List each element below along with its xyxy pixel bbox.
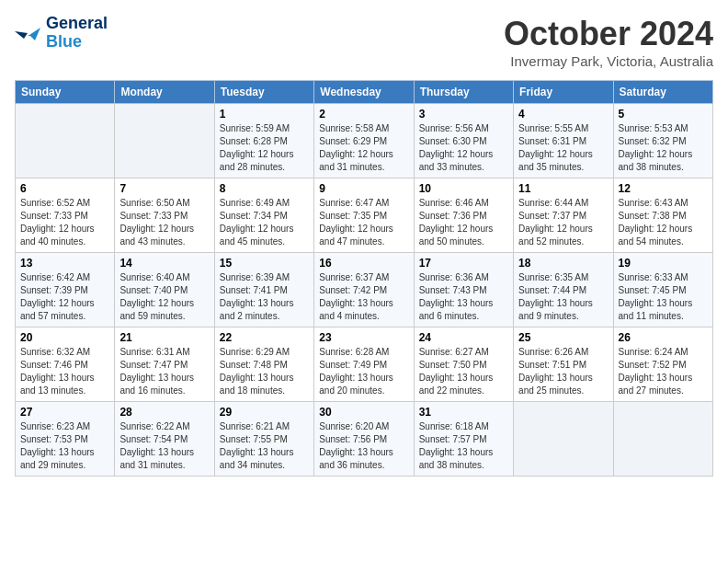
day-info: Sunrise: 6:37 AM Sunset: 7:42 PM Dayligh…	[319, 271, 408, 323]
day-number: 11	[518, 182, 608, 195]
day-info: Sunrise: 5:59 AM Sunset: 6:28 PM Dayligh…	[220, 122, 309, 174]
day-info: Sunrise: 6:44 AM Sunset: 7:37 PM Dayligh…	[518, 197, 608, 248]
day-info: Sunrise: 6:50 AM Sunset: 7:33 PM Dayligh…	[119, 197, 209, 248]
calendar-header-saturday: Saturday	[613, 81, 712, 104]
day-number: 20	[20, 331, 109, 344]
calendar-cell: 29Sunrise: 6:21 AM Sunset: 7:55 PM Dayli…	[214, 402, 313, 477]
calendar-cell: 13Sunrise: 6:42 AM Sunset: 7:39 PM Dayli…	[16, 253, 115, 327]
day-info: Sunrise: 6:29 AM Sunset: 7:48 PM Dayligh…	[220, 346, 309, 397]
calendar-week-row: 20Sunrise: 6:32 AM Sunset: 7:46 PM Dayli…	[16, 327, 713, 402]
calendar-cell: 4Sunrise: 5:55 AM Sunset: 6:31 PM Daylig…	[514, 104, 613, 178]
day-info: Sunrise: 6:24 AM Sunset: 7:52 PM Dayligh…	[619, 346, 708, 397]
day-info: Sunrise: 5:55 AM Sunset: 6:31 PM Dayligh…	[518, 122, 608, 174]
day-number: 18	[518, 257, 608, 270]
calendar-cell: 23Sunrise: 6:28 AM Sunset: 7:49 PM Dayli…	[314, 327, 414, 402]
day-info: Sunrise: 6:26 AM Sunset: 7:51 PM Dayligh…	[518, 346, 608, 397]
day-number: 10	[419, 182, 508, 195]
day-number: 24	[419, 331, 508, 344]
day-number: 15	[220, 257, 309, 270]
logo-icon	[15, 20, 42, 46]
day-number: 6	[20, 182, 109, 195]
calendar-cell: 2Sunrise: 5:58 AM Sunset: 6:29 PM Daylig…	[314, 104, 414, 178]
day-number: 3	[419, 108, 508, 121]
day-info: Sunrise: 6:32 AM Sunset: 7:46 PM Dayligh…	[20, 346, 109, 397]
calendar-cell: 17Sunrise: 6:36 AM Sunset: 7:43 PM Dayli…	[414, 253, 513, 327]
day-number: 22	[220, 331, 309, 344]
calendar-cell: 28Sunrise: 6:22 AM Sunset: 7:54 PM Dayli…	[115, 402, 214, 477]
day-info: Sunrise: 6:47 AM Sunset: 7:35 PM Dayligh…	[319, 197, 408, 248]
calendar-cell: 15Sunrise: 6:39 AM Sunset: 7:41 PM Dayli…	[214, 253, 313, 327]
calendar-cell: 1Sunrise: 5:59 AM Sunset: 6:28 PM Daylig…	[214, 104, 313, 178]
day-info: Sunrise: 6:21 AM Sunset: 7:55 PM Dayligh…	[220, 420, 309, 472]
day-number: 30	[319, 406, 408, 419]
logo-text: General Blue	[46, 15, 108, 52]
day-info: Sunrise: 6:33 AM Sunset: 7:45 PM Dayligh…	[619, 271, 708, 323]
calendar-cell: 18Sunrise: 6:35 AM Sunset: 7:44 PM Dayli…	[514, 253, 613, 327]
calendar-cell: 14Sunrise: 6:40 AM Sunset: 7:40 PM Dayli…	[115, 253, 214, 327]
calendar-header-sunday: Sunday	[16, 81, 115, 104]
calendar-cell: 6Sunrise: 6:52 AM Sunset: 7:33 PM Daylig…	[16, 178, 115, 253]
location-title: Invermay Park, Victoria, Australia	[504, 53, 713, 69]
calendar-header-wednesday: Wednesday	[314, 81, 414, 104]
calendar-header-tuesday: Tuesday	[214, 81, 313, 104]
day-number: 28	[119, 406, 209, 419]
calendar-cell: 19Sunrise: 6:33 AM Sunset: 7:45 PM Dayli…	[613, 253, 712, 327]
calendar-cell: 22Sunrise: 6:29 AM Sunset: 7:48 PM Dayli…	[214, 327, 313, 402]
day-info: Sunrise: 5:56 AM Sunset: 6:30 PM Dayligh…	[419, 122, 508, 174]
day-info: Sunrise: 6:49 AM Sunset: 7:34 PM Dayligh…	[220, 197, 309, 248]
logo: General Blue	[15, 15, 108, 52]
day-number: 31	[419, 406, 508, 419]
month-title: October 2024	[504, 15, 713, 53]
calendar-week-row: 27Sunrise: 6:23 AM Sunset: 7:53 PM Dayli…	[16, 402, 713, 477]
calendar-cell: 30Sunrise: 6:20 AM Sunset: 7:56 PM Dayli…	[314, 402, 414, 477]
calendar-cell: 20Sunrise: 6:32 AM Sunset: 7:46 PM Dayli…	[16, 327, 115, 402]
calendar-table: SundayMondayTuesdayWednesdayThursdayFrid…	[15, 80, 713, 477]
day-info: Sunrise: 6:52 AM Sunset: 7:33 PM Dayligh…	[20, 197, 109, 248]
day-number: 17	[419, 257, 508, 270]
day-number: 2	[319, 108, 408, 121]
calendar-cell	[16, 104, 115, 178]
day-number: 29	[220, 406, 309, 419]
calendar-cell: 7Sunrise: 6:50 AM Sunset: 7:33 PM Daylig…	[115, 178, 214, 253]
calendar-cell: 26Sunrise: 6:24 AM Sunset: 7:52 PM Dayli…	[613, 327, 712, 402]
day-info: Sunrise: 5:58 AM Sunset: 6:29 PM Dayligh…	[319, 122, 408, 174]
day-number: 4	[518, 108, 608, 121]
calendar-cell	[514, 402, 613, 477]
day-info: Sunrise: 6:18 AM Sunset: 7:57 PM Dayligh…	[419, 420, 508, 472]
day-number: 12	[619, 182, 708, 195]
day-info: Sunrise: 6:40 AM Sunset: 7:40 PM Dayligh…	[119, 271, 209, 323]
day-info: Sunrise: 6:35 AM Sunset: 7:44 PM Dayligh…	[518, 271, 608, 323]
calendar-week-row: 1Sunrise: 5:59 AM Sunset: 6:28 PM Daylig…	[16, 104, 713, 178]
day-info: Sunrise: 6:39 AM Sunset: 7:41 PM Dayligh…	[220, 271, 309, 323]
calendar-cell: 10Sunrise: 6:46 AM Sunset: 7:36 PM Dayli…	[414, 178, 513, 253]
day-info: Sunrise: 5:53 AM Sunset: 6:32 PM Dayligh…	[619, 122, 708, 174]
calendar-week-row: 13Sunrise: 6:42 AM Sunset: 7:39 PM Dayli…	[16, 253, 713, 327]
calendar-cell: 16Sunrise: 6:37 AM Sunset: 7:42 PM Dayli…	[314, 253, 414, 327]
svg-marker-1	[15, 31, 28, 39]
day-number: 14	[119, 257, 209, 270]
calendar-header-thursday: Thursday	[414, 81, 513, 104]
page-header: General Blue October 2024 Invermay Park,…	[15, 15, 713, 69]
day-info: Sunrise: 6:27 AM Sunset: 7:50 PM Dayligh…	[419, 346, 508, 397]
day-number: 8	[220, 182, 309, 195]
title-block: October 2024 Invermay Park, Victoria, Au…	[504, 15, 713, 69]
calendar-cell	[115, 104, 214, 178]
day-number: 9	[319, 182, 408, 195]
day-number: 1	[220, 108, 309, 121]
day-info: Sunrise: 6:20 AM Sunset: 7:56 PM Dayligh…	[319, 420, 408, 472]
calendar-cell: 12Sunrise: 6:43 AM Sunset: 7:38 PM Dayli…	[613, 178, 712, 253]
calendar-cell: 27Sunrise: 6:23 AM Sunset: 7:53 PM Dayli…	[16, 402, 115, 477]
calendar-week-row: 6Sunrise: 6:52 AM Sunset: 7:33 PM Daylig…	[16, 178, 713, 253]
day-number: 23	[319, 331, 408, 344]
day-number: 26	[619, 331, 708, 344]
calendar-cell: 8Sunrise: 6:49 AM Sunset: 7:34 PM Daylig…	[214, 178, 313, 253]
calendar-header-friday: Friday	[514, 81, 613, 104]
calendar-cell: 25Sunrise: 6:26 AM Sunset: 7:51 PM Dayli…	[514, 327, 613, 402]
calendar-cell: 11Sunrise: 6:44 AM Sunset: 7:37 PM Dayli…	[514, 178, 613, 253]
day-info: Sunrise: 6:43 AM Sunset: 7:38 PM Dayligh…	[619, 197, 708, 248]
day-info: Sunrise: 6:23 AM Sunset: 7:53 PM Dayligh…	[20, 420, 109, 472]
day-number: 16	[319, 257, 408, 270]
day-number: 19	[619, 257, 708, 270]
day-info: Sunrise: 6:28 AM Sunset: 7:49 PM Dayligh…	[319, 346, 408, 397]
day-number: 21	[119, 331, 209, 344]
